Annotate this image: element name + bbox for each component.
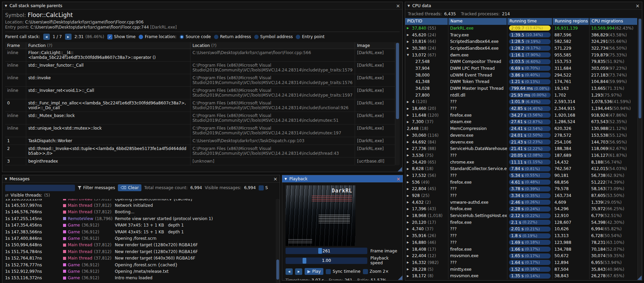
column-header-pid-tid[interactable]: PID/TID bbox=[405, 18, 448, 25]
expand-arrow-icon[interactable]: ▶ bbox=[407, 248, 411, 251]
cpu-row[interactable]: ▶7,300 (37)steam.exe27.61 s(2.87%)1,286,… bbox=[405, 119, 638, 126]
expand-arrow-icon[interactable]: ▶ bbox=[407, 167, 411, 170]
message-row[interactable]: 1s 145,557,997nsMain thread (37,812)Netw… bbox=[2, 202, 276, 209]
prev-frame-button[interactable]: ◀ bbox=[286, 268, 293, 275]
message-row[interactable]: 1s 150,994,648nsMain thread (37,812)New … bbox=[2, 242, 276, 248]
column-header-location[interactable]: Location(?) bbox=[190, 42, 355, 49]
scrollbar-thumb[interactable] bbox=[276, 260, 279, 280]
expand-arrow-icon[interactable]: ▶ bbox=[407, 221, 411, 224]
expand-arrow-icon[interactable]: ▶ bbox=[407, 47, 411, 50]
expand-arrow-icon[interactable]: ▶ bbox=[407, 261, 411, 264]
cpu-row[interactable]: ▶16,332 (982)???1.64 s(0.17%)12,8946,955… bbox=[405, 259, 638, 266]
message-row[interactable]: 1s 152,912,997nsGame (36,912)Opening /me… bbox=[2, 268, 276, 274]
resize-grip[interactable] bbox=[637, 276, 642, 280]
expand-arrow-icon[interactable]: ▶ bbox=[407, 27, 411, 30]
message-row[interactable]: 1s 147,255,145nsRemoteView (18,796)Remot… bbox=[2, 215, 276, 222]
message-row[interactable]: 1s 146,576,766nsMain thread (37,812)Boot… bbox=[2, 209, 276, 215]
expand-arrow-icon[interactable]: ▶ bbox=[407, 174, 411, 177]
collapse-icon[interactable]: ▼ bbox=[285, 177, 287, 181]
cpu-row[interactable]: ▶10,816 (64)ScriptedSandbox64.exe1:28.5(… bbox=[405, 38, 638, 45]
expand-arrow-icon[interactable]: ▶ bbox=[407, 114, 411, 117]
expand-arrow-icon[interactable]: ▶ bbox=[407, 134, 411, 137]
expand-arrow-icon[interactable]: ▶ bbox=[407, 33, 411, 36]
message-row[interactable]: 1s 147,354,456nsGame (36,912)VRAM 37x45:… bbox=[2, 222, 276, 229]
resize-grip[interactable] bbox=[398, 276, 402, 280]
expand-arrow-icon[interactable]: ▶ bbox=[407, 254, 411, 257]
column-header-cpu-migrations[interactable]: CPU migrations bbox=[589, 18, 638, 25]
expand-arrow-icon[interactable]: ▶ bbox=[407, 187, 411, 190]
cpu-row[interactable]: ▶45,620 (24)Tracy.exe1:39.5(10.34%)887,5… bbox=[405, 32, 638, 38]
cpu-row[interactable]: 41,348DWM Token Thread1.21 s(0.13%)174,7… bbox=[405, 79, 638, 85]
message-row[interactable]: 1s 152,764,817nsMain thread (37,812)New … bbox=[2, 255, 276, 262]
message-row[interactable]: 1s 147,400,846nsGame (36,912)Opening /fo… bbox=[2, 235, 276, 242]
expand-arrow-icon[interactable]: ▶ bbox=[407, 147, 411, 150]
cpu-row[interactable]: ▶30,380 (24)ScriptedSandbox64.exe1:28.2(… bbox=[405, 45, 638, 52]
callstack-row[interactable]: 1TaskDispatch::WorkerC:\Users\wolf\Deskt… bbox=[5, 137, 395, 145]
cpu-row[interactable]: ▶20,120 (17)firefox.exe2.1 s(0.22%)128,6… bbox=[405, 219, 638, 226]
expand-arrow-icon[interactable]: ▶ bbox=[407, 154, 411, 157]
cpu-row[interactable]: 38,000uDWM Event Thread3.86 s(0.40%)294,… bbox=[405, 72, 638, 79]
scrollbar-thumb[interactable] bbox=[396, 43, 399, 119]
playback-titlebar[interactable]: ▼ Playback × bbox=[282, 175, 403, 183]
expand-arrow-icon[interactable]: ▶ bbox=[407, 140, 411, 144]
show-time-checkbox[interactable]: ✓ Show time bbox=[107, 34, 136, 39]
cpu-row[interactable]: ▼13,072 (67)dwm.exe1:16.1(7.90%)955,5857… bbox=[405, 52, 638, 59]
column-header-frame[interactable]: Frame bbox=[5, 42, 26, 49]
callstack-row[interactable]: 2std::thread::_Invoke<std::tuple<<lambda… bbox=[5, 145, 395, 157]
cpu-row[interactable]: ▶18,172 (8)msvsmon.exe1.35 s(0.14%)38,84… bbox=[405, 272, 638, 279]
filter-input[interactable] bbox=[5, 185, 75, 191]
cpu-row[interactable]: ▶928 (25)???3.34 s(0.35%)163,73487,605 (… bbox=[405, 192, 638, 199]
message-row[interactable]: 1s 147,383,566nsGame (36,912)VRAM 43x45:… bbox=[2, 229, 276, 235]
expand-arrow-icon[interactable]: ▶ bbox=[407, 207, 411, 211]
expand-arrow-icon[interactable]: ▶ bbox=[407, 40, 411, 43]
cpu-row[interactable]: ▶4,632 (2)vmware-authd.exe2.46 s(0.26%)4… bbox=[405, 199, 638, 206]
expand-arrow-icon[interactable]: ▶ bbox=[407, 234, 411, 237]
cpu-row[interactable]: ▶44,692 (84)devenv.exe21.43 s(2.23%)254,… bbox=[405, 139, 638, 146]
cpu-row[interactable]: ▶3,536 (75)???20.05 s(2.08%)187,689116,1… bbox=[405, 152, 638, 159]
radio-source-code[interactable]: Source code bbox=[180, 34, 211, 39]
close-icon[interactable]: × bbox=[396, 177, 400, 181]
cpu-row[interactable]: ▶37,840 (55)DarkRL.exe2:09.7(13.47%)16,9… bbox=[405, 25, 638, 32]
column-header-image[interactable]: Image bbox=[355, 42, 395, 49]
callstack-row[interactable]: inlineFloor::CalcLight::__l4::<lambda_5b… bbox=[5, 49, 395, 62]
expand-arrow-icon[interactable]: ▶ bbox=[407, 161, 411, 164]
cpu-row[interactable]: 27,800ntdll.dll25.93 ms(0.00%)1,7021,293… bbox=[405, 92, 638, 99]
cpu-row[interactable]: ▶27,736 (88)ServiceHub.DataWarehouse21.4… bbox=[405, 145, 638, 152]
message-row[interactable]: 1s 152,776,777nsGame (36,912)Opening /fo… bbox=[2, 262, 276, 268]
callstack-row[interactable]: 3beginthreadex[unknown][ucrtbase.dll] bbox=[5, 157, 395, 165]
play-button[interactable]: ▶ Play bbox=[305, 268, 323, 275]
callstack-scrollbar[interactable] bbox=[395, 42, 400, 165]
close-icon[interactable]: × bbox=[273, 177, 277, 181]
expand-arrow-icon[interactable]: ▶ bbox=[407, 100, 411, 103]
expand-arrow-icon[interactable]: ▶ bbox=[407, 194, 411, 197]
expand-arrow-icon[interactable]: ▶ bbox=[407, 241, 411, 244]
cpu-row[interactable]: ▶11,648 (120)firefox.exe34.27 s(3.56%)1,… bbox=[405, 112, 638, 119]
radio-entry-point[interactable]: Entry point bbox=[296, 34, 324, 39]
callstack-titlebar[interactable]: ▼ Call stack sample parents × bbox=[2, 2, 402, 10]
playback-speed-slider[interactable]: 1.00 bbox=[286, 257, 367, 264]
callstack-row[interactable]: inlinestd::_Invoker_functor::_CallC:\Pro… bbox=[5, 62, 395, 74]
prev-parent-button[interactable]: ◀ bbox=[43, 34, 50, 40]
message-row[interactable]: 1s 128,353,212nsMain thread (37,812)Open… bbox=[2, 199, 276, 202]
cpu-row[interactable]: ▶18,968 (1,018)ServiceHub.SettingsHost.e… bbox=[405, 212, 638, 219]
cpu-row[interactable]: 27,548DWM Compositor Thread1:03.5(6.60%)… bbox=[405, 58, 638, 65]
callstack-row[interactable]: inlinestd::unique_lock<std::mutex>::lock… bbox=[5, 124, 395, 137]
collapse-arrow-icon[interactable]: ▼ bbox=[407, 53, 411, 56]
message-row[interactable]: 1s 151,754,784nsMain thread (37,812)New … bbox=[2, 248, 276, 255]
frame-image-preview[interactable]: DarkRL bbox=[286, 185, 355, 246]
expand-arrow-icon[interactable]: ▶ bbox=[407, 201, 411, 204]
scrollbar-thumb[interactable] bbox=[639, 19, 641, 118]
cpu-row[interactable]: ▶22,804 (45)???3.78 s(0.39%)79,57858,163… bbox=[405, 186, 638, 193]
expand-arrow-icon[interactable]: ▶ bbox=[407, 214, 411, 217]
sync-timeline-checkbox[interactable]: Sync timeline bbox=[326, 269, 361, 274]
radio-symbol-address[interactable]: Symbol address bbox=[254, 34, 293, 39]
collapse-icon[interactable]: ▼ bbox=[408, 4, 410, 7]
cpu-row[interactable]: ▶17,396 (43)firefox.exe2.28 s(0.24%)54,2… bbox=[405, 206, 638, 213]
cpu-row[interactable]: ▶18,408 (17)firefox.exe1.66 s(0.17%)134,… bbox=[405, 246, 638, 253]
callstack-row[interactable]: 0std::_Func_impl_no_alloc<<lambda_5bc224… bbox=[5, 99, 395, 112]
expand-arrow-icon[interactable]: ▶ bbox=[407, 120, 411, 123]
collapse-icon[interactable]: ▼ bbox=[5, 4, 7, 7]
cpu-row[interactable]: 2,448 (18)MemCompression24.41 s(2.54%)62… bbox=[405, 125, 638, 132]
cpu-row[interactable]: ▶18,460 (20)???42.85 s(4.45%)2,344,9151,… bbox=[405, 105, 638, 112]
cpu-row[interactable]: ▶35,916 (26)???1.8 s(0.19%)13,3136,728 (… bbox=[405, 232, 638, 239]
